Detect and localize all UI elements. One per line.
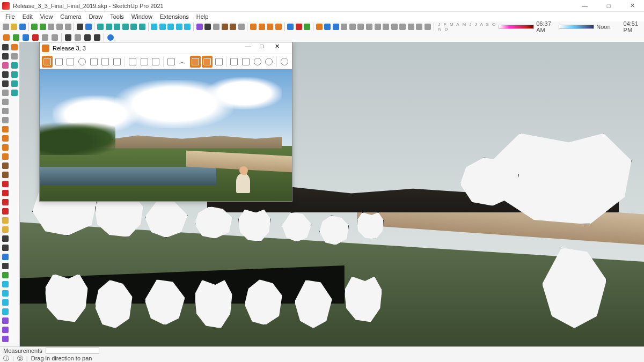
rotate-tool-icon[interactable]: [1, 198, 9, 206]
enscape-feedback-icon[interactable]: [416, 23, 423, 31]
shadows-time-slider[interactable]: [559, 25, 594, 29]
enscape-favorite-icon[interactable]: [150, 56, 161, 68]
enscape-help-icon[interactable]: [279, 56, 290, 68]
paste-icon[interactable]: [64, 23, 72, 31]
enscape-live-icon[interactable]: [324, 23, 331, 31]
enscape-materials-icon[interactable]: [391, 23, 398, 31]
enscape-visual-settings-icon[interactable]: [252, 56, 263, 68]
move-tool-icon[interactable]: [1, 189, 9, 197]
pan-tool-icon[interactable]: [1, 289, 9, 297]
menu-tools[interactable]: Tools: [107, 12, 127, 21]
section-display-icon[interactable]: [258, 23, 266, 31]
shadows-time-strip[interactable]: J F M A M J J A S O N D 06:37 AM Noon 04…: [438, 20, 644, 33]
3dwarehouse-icon[interactable]: [287, 23, 294, 31]
text-tool-icon[interactable]: [1, 243, 9, 252]
enscape-export-menu-icon[interactable]: [166, 56, 177, 68]
enscape-depth-icon[interactable]: [214, 56, 224, 68]
select-tool-icon[interactable]: [1, 43, 9, 51]
help-bubble-icon[interactable]: [106, 33, 115, 42]
arc-tool-icon[interactable]: [1, 125, 9, 133]
enscape-search-icon[interactable]: [77, 56, 87, 68]
enscape-qr-icon[interactable]: [240, 56, 251, 68]
section-plane-icon[interactable]: [250, 23, 257, 31]
model-info-icon[interactable]: [85, 23, 92, 31]
menu-camera[interactable]: Camera: [57, 12, 84, 21]
enscape-views-icon[interactable]: [341, 23, 348, 31]
look-around-icon[interactable]: [1, 326, 9, 334]
update-scene-icon[interactable]: [21, 33, 30, 42]
rotated-rect-tool-icon[interactable]: [1, 98, 9, 106]
enscape-screenshot-icon[interactable]: [127, 56, 138, 68]
enscape-3d-mode-icon[interactable]: [202, 56, 213, 68]
left-view-icon[interactable]: [130, 23, 137, 31]
3pt-arc-tool-icon[interactable]: [1, 143, 9, 151]
zoom-tool-icon[interactable]: [1, 298, 9, 306]
lasso-tool-icon[interactable]: [1, 52, 9, 60]
back-view-icon[interactable]: [122, 23, 129, 31]
menu-help[interactable]: Help: [193, 12, 212, 21]
window-close-button[interactable]: ✕: [620, 0, 644, 12]
window-maximize-button[interactable]: □: [597, 0, 620, 12]
rectangle-tool-icon[interactable]: [1, 88, 9, 97]
enscape-about-icon[interactable]: [424, 23, 431, 31]
enscape-render-window[interactable]: Release 3, 3 — □ ✕ ︿: [39, 42, 292, 202]
eraser-tool-icon[interactable]: [1, 61, 9, 69]
enscape-assets-icon[interactable]: [382, 23, 390, 31]
zoom-icon[interactable]: [167, 23, 175, 31]
enscape-home-icon[interactable]: [42, 56, 53, 68]
top-view-icon[interactable]: [105, 23, 113, 31]
edges-toggle-icon[interactable]: [83, 33, 92, 42]
sandbox-addDetail-icon[interactable]: [10, 88, 18, 97]
add-scene-icon[interactable]: [12, 33, 20, 42]
zoom-extents-icon[interactable]: [175, 23, 183, 31]
position-camera-icon[interactable]: [1, 316, 9, 324]
enscape-views-list-icon[interactable]: [65, 56, 76, 68]
protractor-tool-icon[interactable]: [1, 225, 9, 233]
offset-tool-icon[interactable]: [1, 180, 9, 188]
new-file-icon[interactable]: [2, 23, 10, 31]
menu-window[interactable]: Window: [128, 12, 156, 21]
enscape-logo-icon[interactable]: [2, 33, 11, 42]
menu-draw[interactable]: Draw: [85, 12, 106, 21]
hidden-line-icon[interactable]: [213, 23, 220, 31]
pushpull-tool-icon[interactable]: [1, 161, 9, 169]
sandbox-stamp-icon[interactable]: [10, 70, 18, 78]
iso-view-icon[interactable]: [97, 23, 104, 31]
copy-icon[interactable]: [56, 23, 63, 31]
enscape-collapse-icon[interactable]: ︿: [178, 56, 188, 68]
enscape-start-icon[interactable]: [316, 23, 323, 31]
wireframe-icon[interactable]: [204, 23, 212, 31]
enscape-site-context-icon[interactable]: [100, 56, 111, 68]
section-tool-icon[interactable]: [10, 43, 18, 51]
front-view-icon[interactable]: [113, 23, 121, 31]
monochrome-icon[interactable]: [238, 23, 245, 31]
open-file-icon[interactable]: [11, 23, 18, 31]
enscape-link-icon[interactable]: [54, 56, 64, 68]
freehand-tool-icon[interactable]: [1, 79, 9, 87]
delete-scene-icon[interactable]: [31, 33, 40, 42]
enscape-general-settings-icon[interactable]: [264, 56, 275, 68]
section-fill-icon[interactable]: [275, 23, 282, 31]
section-cut-icon[interactable]: [266, 23, 274, 31]
line-tool-icon[interactable]: [1, 70, 9, 78]
2pt-arc-tool-icon[interactable]: [1, 134, 9, 142]
save-file-icon[interactable]: [19, 23, 26, 31]
tape-tool-icon[interactable]: [1, 216, 9, 224]
pie-tool-icon[interactable]: [1, 152, 9, 160]
enscape-pano-icon[interactable]: [365, 23, 373, 31]
model-viewport[interactable]: Release 3, 3 — □ ✕ ︿: [19, 42, 644, 346]
extension-warehouse-icon[interactable]: [295, 23, 303, 31]
zoom-extents-tool-icon[interactable]: [1, 307, 9, 315]
redo-icon[interactable]: [39, 23, 47, 31]
menu-edit[interactable]: Edit: [19, 12, 36, 21]
dimension-tool-icon[interactable]: [1, 234, 9, 242]
enscape-asset-library-icon[interactable]: [89, 56, 99, 68]
enscape-minimize-button[interactable]: —: [245, 43, 260, 54]
outliner-icon[interactable]: [10, 52, 18, 60]
fog-toggle-icon[interactable]: [74, 33, 82, 42]
measurements-input[interactable]: [46, 348, 99, 354]
paint-bucket-icon[interactable]: [1, 271, 9, 279]
menu-extensions[interactable]: Extensions: [157, 12, 192, 21]
enscape-upload-icon[interactable]: [399, 23, 407, 31]
enscape-titlebar[interactable]: Release 3, 3 — □ ✕: [40, 42, 292, 54]
